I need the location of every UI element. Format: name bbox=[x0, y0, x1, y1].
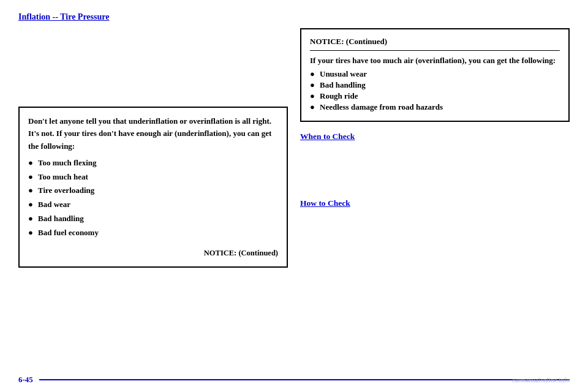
left-body-text bbox=[18, 28, 288, 97]
right-notice-title: NOTICE: (Continued) bbox=[310, 37, 560, 51]
bullet-too-much-heat: Too much heat bbox=[28, 171, 278, 184]
notice-box-body: Don't let anyone tell you that underinfl… bbox=[28, 115, 278, 259]
bullet-too-much-flexing: Too much flexing bbox=[28, 157, 278, 170]
bullet-bad-fuel-economy: Bad fuel economy bbox=[28, 227, 278, 239]
bullet-needless-damage: Needless damage from road hazards bbox=[310, 102, 560, 112]
underinflation-notice-box: Don't let anyone tell you that underinfl… bbox=[18, 107, 288, 268]
overinflation-notice-box: NOTICE: (Continued) If your tires have t… bbox=[300, 28, 570, 122]
main-content: Don't let anyone tell you that underinfl… bbox=[18, 28, 570, 268]
bullet-bad-wear: Bad wear bbox=[28, 198, 278, 211]
underinflation-bullet-list: Too much flexing Too much heat Tire over… bbox=[28, 157, 278, 239]
page-number: 6-45 bbox=[18, 375, 33, 385]
notice-continued-label: NOTICE: (Continued) bbox=[28, 247, 278, 259]
bullet-bad-handling: Bad handling bbox=[310, 80, 560, 90]
bullet-tire-overloading: Tire overloading bbox=[28, 184, 278, 197]
when-to-check-text bbox=[300, 145, 570, 191]
footer-line bbox=[39, 379, 570, 380]
how-to-check-text bbox=[300, 212, 570, 258]
bullet-rough-ride: Rough ride bbox=[310, 91, 560, 101]
page-footer: 6-45 bbox=[0, 375, 588, 385]
page-container: Inflation -- Tire Pressure Don't let any… bbox=[0, 0, 588, 392]
when-to-check-heading: When to Check bbox=[300, 132, 570, 141]
bullet-unusual-wear: Unusual wear bbox=[310, 69, 560, 79]
right-column: NOTICE: (Continued) If your tires have t… bbox=[300, 28, 570, 268]
left-column: Don't let anyone tell you that underinfl… bbox=[18, 28, 288, 268]
overinflation-bullet-list: Unusual wear Bad handling Rough ride Nee… bbox=[310, 69, 560, 112]
watermark-logo: carmanualonline.info bbox=[512, 376, 570, 383]
bullet-bad-handling: Bad handling bbox=[28, 213, 278, 225]
page-title: Inflation -- Tire Pressure bbox=[18, 12, 570, 22]
right-notice-intro: If your tires have too much air (overinf… bbox=[310, 56, 560, 66]
notice-intro-text: Don't let anyone tell you that underinfl… bbox=[28, 115, 278, 153]
how-to-check-heading: How to Check bbox=[300, 198, 570, 208]
